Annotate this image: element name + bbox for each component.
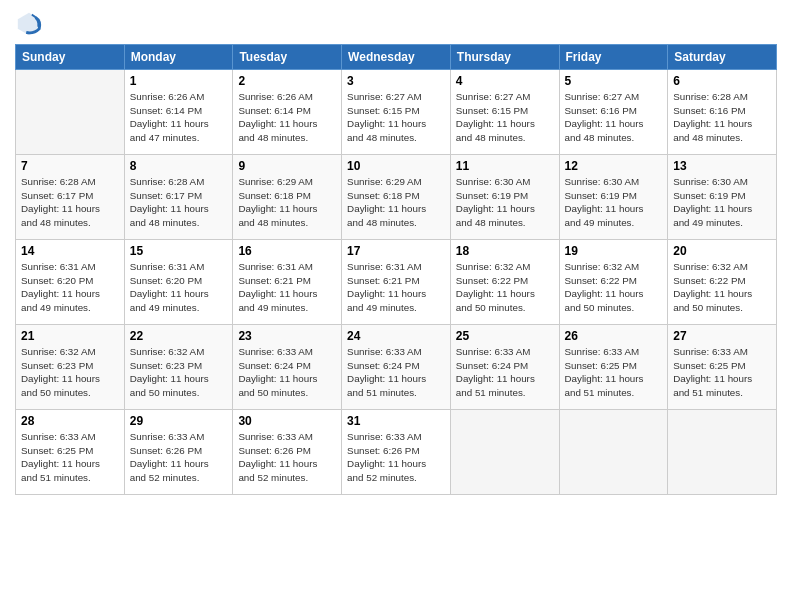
calendar-cell xyxy=(668,410,777,495)
calendar-cell: 6Sunrise: 6:28 AM Sunset: 6:16 PM Daylig… xyxy=(668,70,777,155)
calendar-cell: 22Sunrise: 6:32 AM Sunset: 6:23 PM Dayli… xyxy=(124,325,233,410)
day-info: Sunrise: 6:32 AM Sunset: 6:23 PM Dayligh… xyxy=(21,345,119,400)
calendar-header-monday: Monday xyxy=(124,45,233,70)
calendar-cell: 29Sunrise: 6:33 AM Sunset: 6:26 PM Dayli… xyxy=(124,410,233,495)
calendar-cell: 23Sunrise: 6:33 AM Sunset: 6:24 PM Dayli… xyxy=(233,325,342,410)
day-info: Sunrise: 6:30 AM Sunset: 6:19 PM Dayligh… xyxy=(565,175,663,230)
calendar-header-saturday: Saturday xyxy=(668,45,777,70)
day-number: 30 xyxy=(238,414,336,428)
calendar-header-row: SundayMondayTuesdayWednesdayThursdayFrid… xyxy=(16,45,777,70)
day-number: 15 xyxy=(130,244,228,258)
day-info: Sunrise: 6:26 AM Sunset: 6:14 PM Dayligh… xyxy=(238,90,336,145)
day-info: Sunrise: 6:28 AM Sunset: 6:16 PM Dayligh… xyxy=(673,90,771,145)
day-info: Sunrise: 6:33 AM Sunset: 6:26 PM Dayligh… xyxy=(347,430,445,485)
day-number: 12 xyxy=(565,159,663,173)
day-info: Sunrise: 6:32 AM Sunset: 6:22 PM Dayligh… xyxy=(456,260,554,315)
calendar-cell: 19Sunrise: 6:32 AM Sunset: 6:22 PM Dayli… xyxy=(559,240,668,325)
day-info: Sunrise: 6:27 AM Sunset: 6:15 PM Dayligh… xyxy=(347,90,445,145)
day-number: 31 xyxy=(347,414,445,428)
day-number: 11 xyxy=(456,159,554,173)
day-number: 19 xyxy=(565,244,663,258)
day-info: Sunrise: 6:28 AM Sunset: 6:17 PM Dayligh… xyxy=(21,175,119,230)
day-number: 18 xyxy=(456,244,554,258)
calendar-cell: 11Sunrise: 6:30 AM Sunset: 6:19 PM Dayli… xyxy=(450,155,559,240)
calendar-cell: 30Sunrise: 6:33 AM Sunset: 6:26 PM Dayli… xyxy=(233,410,342,495)
day-number: 29 xyxy=(130,414,228,428)
calendar-cell: 17Sunrise: 6:31 AM Sunset: 6:21 PM Dayli… xyxy=(342,240,451,325)
day-info: Sunrise: 6:33 AM Sunset: 6:25 PM Dayligh… xyxy=(565,345,663,400)
calendar-cell: 7Sunrise: 6:28 AM Sunset: 6:17 PM Daylig… xyxy=(16,155,125,240)
page-container: SundayMondayTuesdayWednesdayThursdayFrid… xyxy=(0,0,792,505)
day-number: 20 xyxy=(673,244,771,258)
day-info: Sunrise: 6:29 AM Sunset: 6:18 PM Dayligh… xyxy=(238,175,336,230)
calendar-cell: 5Sunrise: 6:27 AM Sunset: 6:16 PM Daylig… xyxy=(559,70,668,155)
day-info: Sunrise: 6:33 AM Sunset: 6:25 PM Dayligh… xyxy=(21,430,119,485)
day-number: 28 xyxy=(21,414,119,428)
calendar-week-2: 7Sunrise: 6:28 AM Sunset: 6:17 PM Daylig… xyxy=(16,155,777,240)
calendar-cell: 4Sunrise: 6:27 AM Sunset: 6:15 PM Daylig… xyxy=(450,70,559,155)
calendar-cell xyxy=(559,410,668,495)
day-info: Sunrise: 6:31 AM Sunset: 6:21 PM Dayligh… xyxy=(238,260,336,315)
logo-icon xyxy=(15,10,43,38)
header xyxy=(15,10,777,38)
calendar-cell: 20Sunrise: 6:32 AM Sunset: 6:22 PM Dayli… xyxy=(668,240,777,325)
day-number: 10 xyxy=(347,159,445,173)
day-info: Sunrise: 6:26 AM Sunset: 6:14 PM Dayligh… xyxy=(130,90,228,145)
calendar-header-sunday: Sunday xyxy=(16,45,125,70)
day-number: 6 xyxy=(673,74,771,88)
day-number: 25 xyxy=(456,329,554,343)
calendar-cell: 27Sunrise: 6:33 AM Sunset: 6:25 PM Dayli… xyxy=(668,325,777,410)
calendar-header-friday: Friday xyxy=(559,45,668,70)
day-number: 3 xyxy=(347,74,445,88)
day-number: 13 xyxy=(673,159,771,173)
day-info: Sunrise: 6:31 AM Sunset: 6:21 PM Dayligh… xyxy=(347,260,445,315)
calendar-header-tuesday: Tuesday xyxy=(233,45,342,70)
day-number: 14 xyxy=(21,244,119,258)
calendar-cell: 21Sunrise: 6:32 AM Sunset: 6:23 PM Dayli… xyxy=(16,325,125,410)
calendar-cell: 18Sunrise: 6:32 AM Sunset: 6:22 PM Dayli… xyxy=(450,240,559,325)
calendar-week-5: 28Sunrise: 6:33 AM Sunset: 6:25 PM Dayli… xyxy=(16,410,777,495)
day-number: 1 xyxy=(130,74,228,88)
day-info: Sunrise: 6:32 AM Sunset: 6:22 PM Dayligh… xyxy=(673,260,771,315)
day-info: Sunrise: 6:28 AM Sunset: 6:17 PM Dayligh… xyxy=(130,175,228,230)
day-info: Sunrise: 6:30 AM Sunset: 6:19 PM Dayligh… xyxy=(456,175,554,230)
day-info: Sunrise: 6:29 AM Sunset: 6:18 PM Dayligh… xyxy=(347,175,445,230)
calendar-cell: 24Sunrise: 6:33 AM Sunset: 6:24 PM Dayli… xyxy=(342,325,451,410)
calendar-cell: 8Sunrise: 6:28 AM Sunset: 6:17 PM Daylig… xyxy=(124,155,233,240)
day-info: Sunrise: 6:27 AM Sunset: 6:15 PM Dayligh… xyxy=(456,90,554,145)
calendar-cell: 12Sunrise: 6:30 AM Sunset: 6:19 PM Dayli… xyxy=(559,155,668,240)
calendar-header-wednesday: Wednesday xyxy=(342,45,451,70)
calendar-header-thursday: Thursday xyxy=(450,45,559,70)
calendar-cell: 31Sunrise: 6:33 AM Sunset: 6:26 PM Dayli… xyxy=(342,410,451,495)
day-info: Sunrise: 6:33 AM Sunset: 6:25 PM Dayligh… xyxy=(673,345,771,400)
day-number: 17 xyxy=(347,244,445,258)
day-info: Sunrise: 6:33 AM Sunset: 6:24 PM Dayligh… xyxy=(347,345,445,400)
calendar-cell: 13Sunrise: 6:30 AM Sunset: 6:19 PM Dayli… xyxy=(668,155,777,240)
day-info: Sunrise: 6:32 AM Sunset: 6:23 PM Dayligh… xyxy=(130,345,228,400)
day-number: 26 xyxy=(565,329,663,343)
calendar-cell: 15Sunrise: 6:31 AM Sunset: 6:20 PM Dayli… xyxy=(124,240,233,325)
logo xyxy=(15,10,47,38)
calendar-table: SundayMondayTuesdayWednesdayThursdayFrid… xyxy=(15,44,777,495)
day-number: 2 xyxy=(238,74,336,88)
day-number: 23 xyxy=(238,329,336,343)
day-info: Sunrise: 6:30 AM Sunset: 6:19 PM Dayligh… xyxy=(673,175,771,230)
calendar-cell: 3Sunrise: 6:27 AM Sunset: 6:15 PM Daylig… xyxy=(342,70,451,155)
calendar-cell: 10Sunrise: 6:29 AM Sunset: 6:18 PM Dayli… xyxy=(342,155,451,240)
calendar-cell: 2Sunrise: 6:26 AM Sunset: 6:14 PM Daylig… xyxy=(233,70,342,155)
calendar-week-3: 14Sunrise: 6:31 AM Sunset: 6:20 PM Dayli… xyxy=(16,240,777,325)
day-info: Sunrise: 6:27 AM Sunset: 6:16 PM Dayligh… xyxy=(565,90,663,145)
day-number: 5 xyxy=(565,74,663,88)
calendar-week-4: 21Sunrise: 6:32 AM Sunset: 6:23 PM Dayli… xyxy=(16,325,777,410)
day-info: Sunrise: 6:31 AM Sunset: 6:20 PM Dayligh… xyxy=(21,260,119,315)
calendar-week-1: 1Sunrise: 6:26 AM Sunset: 6:14 PM Daylig… xyxy=(16,70,777,155)
calendar-cell: 26Sunrise: 6:33 AM Sunset: 6:25 PM Dayli… xyxy=(559,325,668,410)
calendar-cell: 1Sunrise: 6:26 AM Sunset: 6:14 PM Daylig… xyxy=(124,70,233,155)
calendar-cell: 28Sunrise: 6:33 AM Sunset: 6:25 PM Dayli… xyxy=(16,410,125,495)
day-info: Sunrise: 6:33 AM Sunset: 6:24 PM Dayligh… xyxy=(238,345,336,400)
day-number: 4 xyxy=(456,74,554,88)
day-number: 22 xyxy=(130,329,228,343)
calendar-cell: 16Sunrise: 6:31 AM Sunset: 6:21 PM Dayli… xyxy=(233,240,342,325)
day-info: Sunrise: 6:33 AM Sunset: 6:24 PM Dayligh… xyxy=(456,345,554,400)
calendar-cell: 9Sunrise: 6:29 AM Sunset: 6:18 PM Daylig… xyxy=(233,155,342,240)
